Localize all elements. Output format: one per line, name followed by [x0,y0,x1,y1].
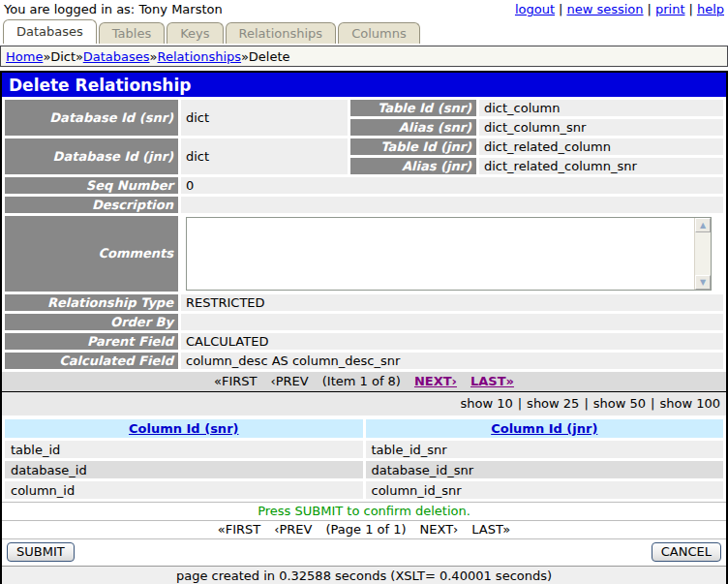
field-label-relationship-type: Relationship Type [5,294,178,311]
detail-form: Database Id (snr) dict Table Id (snr) di… [2,97,726,372]
field-value-table-id-snr: dict_column [479,100,723,116]
scroll-down-icon[interactable]: ▼ [695,275,711,290]
table-row: database_id database_id_snr [5,461,723,478]
logout-link[interactable]: logout [515,2,555,16]
breadcrumb-dict: Dict [50,49,76,64]
breadcrumb-relationships-link[interactable]: Relationships [158,49,242,64]
top-bar: You are logged in as: Tony Marston logou… [0,0,728,18]
tab-columns[interactable]: Columns [338,22,420,44]
comments-scrollbar[interactable]: ▲ ▼ [694,218,711,290]
breadcrumb-delete: Delete [249,49,290,64]
breadcrumb-separator: » [76,49,83,64]
show-separator: | [584,396,588,411]
field-label-order-by: Order By [5,314,178,330]
first-item-disabled: «FIRST [214,374,258,388]
field-label-parent-field: Parent Field [5,333,178,350]
field-label-alias-snr: Alias (snr) [350,119,476,136]
field-value-alias-snr: dict_column_snr [479,119,723,136]
item-pagination: «FIRST‹PREV(Item 1 of 8)NEXT›LAST» [2,372,726,392]
breadcrumb-separator: » [150,49,158,64]
footer-status: page created in 0.32588 seconds (XSLT= 0… [2,566,726,584]
link-separator: | [648,2,652,16]
column-header-jnr: Column Id (jnr) [366,419,724,438]
tab-bar: Databases Tables Keys Relationships Colu… [0,18,728,44]
show-100-link[interactable]: show 100 [659,396,720,411]
field-label-table-id-jnr: Table Id (jnr) [350,138,476,155]
next-page-disabled: NEXT› [420,522,459,537]
breadcrumb-separator: » [43,49,50,64]
prev-item-disabled: ‹PREV [271,374,309,388]
tab-databases[interactable]: Databases [3,19,97,44]
field-label-database-id-jnr: Database Id (jnr) [5,138,178,174]
first-page-disabled: «FIRST [218,522,261,537]
field-label-alias-jnr: Alias (jnr) [350,158,476,174]
last-item-link[interactable]: LAST» [470,374,514,388]
field-label-comments: Comments [5,216,178,292]
field-label-description: Description [5,197,178,213]
confirm-message: Press SUBMIT to confirm deletion. [2,502,726,520]
prev-page-disabled: ‹PREV [274,522,312,537]
field-value-order-by [181,314,723,330]
table-row: column_id column_id_snr [5,481,723,499]
show-50-link[interactable]: show 50 [593,396,646,411]
field-label-database-id-snr: Database Id (snr) [5,100,178,136]
show-25-link[interactable]: show 25 [527,396,579,411]
column-id-jnr-sort-link[interactable]: Column Id (jnr) [491,421,597,436]
new-session-link[interactable]: new session [566,2,643,16]
column-id-snr-sort-link[interactable]: Column Id (snr) [129,421,238,436]
top-links: logout|new session|print|help [515,2,724,16]
breadcrumb: Home»Dict»Databases»Relationships»Delete [0,46,728,67]
scroll-up-icon[interactable]: ▲ [695,218,711,232]
field-value-database-id-snr: dict [181,100,348,136]
show-separator: | [518,396,522,411]
field-value-table-id-jnr: dict_related_column [479,138,723,155]
field-label-calculated-field: Calculated Field [5,353,178,369]
field-label-table-id-snr: Table Id (snr) [350,100,476,116]
tab-tables[interactable]: Tables [99,22,165,44]
page-pagination: «FIRST‹PREV(Page 1 of 1)NEXT›LAST» [2,520,726,538]
breadcrumb-separator: » [241,49,249,64]
col-snr-value: column_id [5,481,363,499]
column-header-snr: Column Id (snr) [5,419,363,438]
col-jnr-value: column_id_snr [366,481,724,499]
field-value-seq-number: 0 [181,177,723,194]
col-snr-value: table_id [5,441,363,458]
page-count-status: (Page 1 of 1) [325,522,406,537]
columns-table: Column Id (snr) Column Id (jnr) table_id… [2,416,726,502]
submit-button[interactable]: SUBMIT [7,542,75,562]
show-10-link[interactable]: show 10 [460,396,512,411]
help-link[interactable]: help [697,2,724,16]
table-row: table_id table_id_snr [5,441,723,458]
col-jnr-value: table_id_snr [366,441,724,458]
item-count-status: (Item 1 of 8) [322,374,401,388]
link-separator: | [559,2,562,16]
cancel-button[interactable]: CANCEL [652,542,721,562]
show-options-bar: show 10|show 25|show 50|show 100 [2,392,726,415]
tab-relationships[interactable]: Relationships [226,22,337,44]
comments-textarea[interactable]: ▲ ▼ [186,217,712,291]
field-value-relationship-type: RESTRICTED [181,294,723,311]
field-value-description [181,197,723,213]
link-separator: | [689,2,693,16]
field-value-alias-jnr: dict_related_column_snr [479,158,723,174]
field-comments-cell: ▲ ▼ [181,216,723,292]
field-value-parent-field: CALCULATED [181,333,723,350]
field-value-database-id-jnr: dict [181,138,348,174]
last-page-disabled: LAST» [471,522,510,537]
field-label-seq-number: Seq Number [5,177,178,194]
main-panel: Delete Relationship Database Id (snr) di… [0,71,728,584]
col-snr-value: database_id [5,461,363,478]
field-value-calculated-field: column_desc AS column_desc_snr [181,353,723,369]
col-jnr-value: database_id_snr [366,461,724,478]
comments-text[interactable] [187,218,694,290]
breadcrumb-home-link[interactable]: Home [6,49,43,64]
tab-keys[interactable]: Keys [167,22,223,44]
next-item-link[interactable]: NEXT› [414,374,457,388]
login-status: You are logged in as: Tony Marston [4,2,223,16]
breadcrumb-databases-link[interactable]: Databases [83,49,150,64]
show-separator: | [651,396,654,411]
button-row: SUBMIT CANCEL [2,538,726,566]
page-title: Delete Relationship [2,73,726,97]
print-link[interactable]: print [655,2,685,16]
